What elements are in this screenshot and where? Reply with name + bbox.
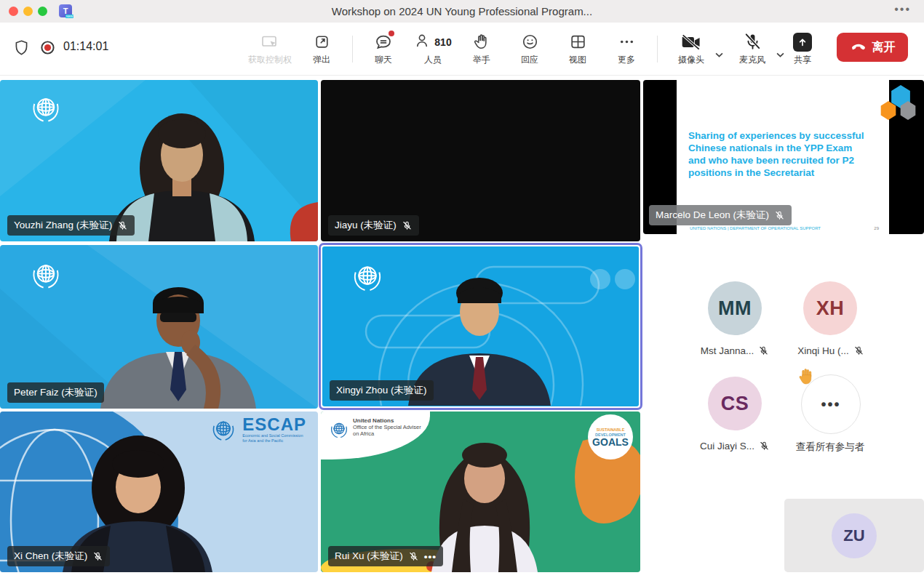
camera-chevron-icon[interactable] [715,49,723,60]
mic-button[interactable]: 麦克风 [725,32,780,66]
window-title: Workshop on 2024 UN Young Professional P… [0,5,924,17]
mic-muted-icon [117,220,128,231]
participant-name: Marcelo De Leon (未验证) [656,209,769,222]
chat-label: 聊天 [375,54,392,66]
view-all-participants-label: 查看所有参与者 [772,441,888,454]
osaa-text: United Nations Office of the Special Adv… [353,417,421,437]
escap-subtitle: for Asia and the Pacific [242,438,306,443]
sdg-logo: SUSTAINABLE DEVELOPMENT GOALS [588,414,633,459]
share-icon [793,33,812,52]
mic-muted-icon [774,210,785,221]
label-text: 查看所有参与者 [796,441,865,454]
take-control-label: 获取控制权 [248,54,292,66]
avatar-cui-jiayi[interactable]: CS [708,377,762,430]
video-tile-peter-faiz[interactable]: Peter Faiz (未验证) [0,245,318,409]
escap-subtitle: Economic and Social Commission [242,433,306,438]
react-button[interactable]: 回应 [503,32,556,66]
sdg-wordmark: GOALS [592,438,629,447]
take-control-icon [260,32,280,52]
video-tile-rui-xu[interactable]: United Nations Office of the Special Adv… [321,412,640,572]
chat-icon [374,32,393,52]
raise-hand-button[interactable]: 举手 [455,32,508,66]
tile-more-icon[interactable]: ••• [424,551,437,562]
meeting-timer: 01:14:01 [63,40,108,53]
participant-name: Jiayu (未验证) [335,219,397,232]
react-smiley-icon [521,32,539,52]
slide-page-number: 29 [874,226,879,230]
camera-button[interactable]: 摄像头 [664,32,719,66]
view-button[interactable]: 视图 [551,32,604,66]
leave-label: 离开 [872,40,896,55]
window-more-icon[interactable]: ••• [894,3,911,16]
phone-hangup-icon [850,39,867,56]
recording-indicator-icon [39,39,57,60]
participant-name: Mst Janna... [701,345,754,356]
mic-off-icon [743,32,762,52]
video-tile-xingyi-zhou-active[interactable]: Xingyi Zhou (未验证) [319,243,642,410]
participant-name: Rui Xu (未验证) [335,550,403,563]
more-label: 更多 [618,54,635,66]
share-button[interactable]: 共享 [778,32,827,66]
screen-share-tile-marcelo[interactable]: Sharing of experiences by successful Chi… [643,80,924,234]
participant-name: Xinqi Hu (... [797,345,849,356]
escap-wordmark: ESCAP [242,416,306,433]
participant-nametag: Rui Xu (未验证) ••• [328,546,443,566]
un-emblem-icon [26,92,65,134]
participant-nametag: Marcelo De Leon (未验证) [649,205,792,225]
raise-hand-label: 举手 [473,54,490,66]
avatar-mst-janna[interactable]: MM [708,281,762,335]
self-video-tile[interactable]: ZU [784,499,924,572]
avatar-initials: ZU [843,526,864,545]
take-control-button[interactable]: 获取控制权 [244,32,296,66]
participant-nametag: Xingyi Zhou (未验证) [330,380,434,401]
avatar-xinqi-hu[interactable]: XH [803,281,857,335]
un-emblem-icon [327,419,351,443]
mic-muted-icon [758,345,769,356]
share-label: 共享 [794,54,811,66]
more-button[interactable]: 更多 [600,32,653,66]
meeting-toolbar: 01:14:01 获取控制权 弹出 聊天 810 人员 举手 [0,23,924,76]
overflow-dots-icon: ••• [821,396,840,413]
video-tile-xi-chen[interactable]: ESCAP Economic and Social Commission for… [0,412,318,572]
slide-heading: Sharing of experiences by successful Chi… [688,129,875,179]
chat-notification-badge [389,31,394,36]
view-label: 视图 [569,54,586,66]
participant-name: Cui Jiayi S... [700,441,754,451]
leave-button[interactable]: 离开 [837,33,908,62]
un-emblem-icon [26,258,65,300]
sdg-line: SUSTAINABLE [597,428,625,433]
mic-muted-icon [92,551,103,562]
toolbar-divider [352,36,353,63]
un-emblem-icon [347,260,388,303]
avatar-initials: XH [816,297,845,320]
video-tile-youzhi-zhang[interactable]: Youzhi Zhang (未验证) [0,80,318,241]
mic-muted-icon [402,220,413,231]
escap-logo: ESCAP Economic and Social Commission for… [207,416,306,448]
participant-name: Xingyi Zhou (未验证) [336,384,427,397]
un-emblem-icon [207,416,239,448]
participant-label: Xinqi Hu (... [773,345,889,356]
camera-label: 摄像头 [678,54,704,66]
mic-muted-icon [408,551,419,562]
participant-nametag: Jiayu (未验证) [328,215,419,236]
people-button[interactable]: 810 人员 [405,32,461,66]
camera-off-icon [680,32,702,52]
chat-button[interactable]: 聊天 [357,32,410,66]
video-tile-jiayu[interactable]: Jiayu (未验证) [321,80,640,241]
more-dots-icon [618,32,636,52]
raised-hand-emoji-icon [797,366,817,390]
popout-icon [313,32,331,52]
participant-name: Xi Chen (未验证) [14,550,87,563]
react-label: 回应 [521,54,538,66]
participant-nametag: Youzhi Zhang (未验证) [7,215,135,236]
mic-muted-icon [759,441,770,451]
mic-label: 麦克风 [739,54,765,66]
participant-nametag: Xi Chen (未验证) [7,546,110,566]
participant-nametag: Peter Faiz (未验证) [7,382,104,403]
people-label: 人员 [424,54,442,66]
popout-label: 弹出 [313,54,330,66]
people-icon [414,32,431,52]
titlebar: T NEW Workshop on 2024 UN Young Professi… [0,0,924,23]
popout-button[interactable]: 弹出 [295,32,348,66]
avatar-initials: MM [718,297,752,320]
